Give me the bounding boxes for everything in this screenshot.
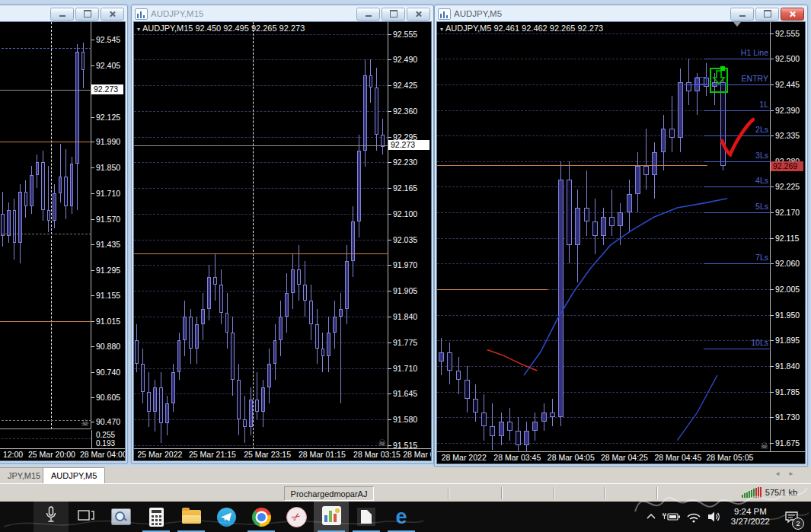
- price-tick-label: 91.015: [91, 317, 120, 326]
- level-line[interactable]: [704, 263, 771, 264]
- telegram-button[interactable]: [209, 502, 244, 532]
- level-line[interactable]: [0, 142, 91, 142]
- chrome-button[interactable]: [244, 502, 279, 532]
- system-tray: 9:24 PM 3/27/2022 2: [646, 502, 811, 532]
- level-line[interactable]: [704, 186, 771, 187]
- order-marker[interactable]: [695, 77, 707, 84]
- grid-line: [134, 111, 388, 112]
- chart-tab-strip: JPY,M15AUDJPY,M5 ◄ ►: [0, 467, 811, 484]
- minimize-button[interactable]: [50, 8, 74, 21]
- level-line[interactable]: [704, 110, 771, 111]
- candle: [285, 293, 289, 317]
- file-explorer-button[interactable]: [174, 502, 209, 532]
- checkmark-annotation[interactable]: [717, 116, 757, 159]
- level-line[interactable]: [0, 321, 91, 322]
- time-axis[interactable]: 25 Mar 202225 Mar 21:1525 Mar 23:1528 Ma…: [134, 448, 431, 460]
- level-line[interactable]: [0, 420, 91, 421]
- connection-bars-icon: [742, 487, 762, 498]
- tab-scroll-left[interactable]: ◄: [774, 470, 781, 477]
- time-label: 28 Mar 03:45: [493, 453, 541, 462]
- tab-scroll-right[interactable]: ►: [788, 470, 794, 477]
- calculator-button[interactable]: [139, 502, 174, 532]
- candle: [297, 269, 301, 285]
- price-tick-label: 91.295: [91, 266, 120, 275]
- grid-line: [134, 265, 388, 266]
- snipping-tool-button[interactable]: ✂: [279, 502, 314, 532]
- taskbar-clock[interactable]: 9:24 PM 3/27/2022: [726, 507, 774, 527]
- window-title: AUDJPY,M15: [151, 9, 353, 18]
- minimize-button[interactable]: [356, 8, 380, 21]
- price-tick-label: 92.390: [771, 106, 800, 115]
- level-line[interactable]: [704, 212, 771, 213]
- close-icon: [109, 11, 116, 18]
- price-scale[interactable]: 92.55592.50092.44592.39092.33592.28092.2…: [770, 22, 805, 452]
- chart-plot[interactable]: ▾AUDJPY,M15 92.450 92.495 92.265 92.273 …: [134, 22, 388, 449]
- window-titlebar[interactable]: AUDJPY,M15: [132, 5, 433, 21]
- level-line[interactable]: [0, 90, 91, 91]
- time-axis[interactable]: 12:0025 Mar 20:0028 Mar 04:00: [0, 448, 125, 460]
- speaker-icon[interactable]: [707, 511, 722, 523]
- close-button[interactable]: [407, 8, 430, 21]
- edge-icon: e: [395, 507, 407, 527]
- close-button[interactable]: [101, 8, 124, 21]
- tab-audjpy-m5[interactable]: AUDJPY,M5: [43, 467, 105, 483]
- connection-status: 575/1 kb: [742, 487, 797, 498]
- candle: [339, 309, 343, 317]
- battery-icon[interactable]: [661, 511, 681, 523]
- candle: [195, 324, 199, 348]
- candle: [243, 419, 247, 427]
- tab-jpy-m15[interactable]: JPY,M15: [0, 467, 49, 483]
- level-line[interactable]: [134, 253, 388, 254]
- candle: [249, 400, 253, 427]
- level-line[interactable]: [134, 145, 388, 146]
- trading-app-button[interactable]: [314, 502, 349, 532]
- microphone-button[interactable]: [34, 502, 69, 532]
- level-line[interactable]: [704, 161, 771, 162]
- price-tick-label: 91.675: [771, 438, 800, 448]
- magnifier-app-button[interactable]: [104, 502, 139, 532]
- chrome-icon: [252, 508, 271, 527]
- chart-plot[interactable]: ☠: [0, 22, 91, 429]
- task-view-button[interactable]: [69, 502, 104, 532]
- minimize-button[interactable]: [730, 8, 754, 21]
- notepad-button[interactable]: [349, 502, 384, 532]
- level-line[interactable]: [0, 234, 91, 234]
- candle: [75, 52, 79, 164]
- chart-plot[interactable]: ▾AUDJPY,M5 92.461 92.462 92.265 92.273 H…: [437, 22, 771, 452]
- price-scale[interactable]: 92.54592.40592.26592.12591.99091.85091.7…: [91, 22, 125, 449]
- maximize-button[interactable]: [755, 8, 779, 21]
- chart-header: ▾AUDJPY,M15 92.450 92.495 92.265 92.273: [137, 24, 305, 33]
- price-tag: 92.269: [771, 161, 803, 171]
- clock-time: 9:24 PM: [731, 507, 770, 517]
- wifi-icon[interactable]: [685, 511, 702, 523]
- candle: [273, 340, 277, 364]
- chart-window-m15: AUDJPY,M15 ▾AUDJPY,M15 92.450 92.495 92.…: [131, 5, 434, 464]
- price-scale[interactable]: 92.55592.49092.42592.36092.29592.23092.1…: [388, 22, 431, 449]
- maximize-button[interactable]: [75, 8, 99, 21]
- window-titlebar[interactable]: [0, 5, 127, 21]
- tray-chevron-icon[interactable]: [646, 513, 656, 521]
- telegram-icon: [217, 508, 236, 527]
- candle: [303, 285, 307, 301]
- window-titlebar[interactable]: AUDJPY,M5: [435, 5, 807, 21]
- chart-icon: [438, 8, 451, 20]
- level-line[interactable]: [0, 48, 91, 49]
- time-axis[interactable]: 28 Mar 202228 Mar 03:4528 Mar 04:0528 Ma…: [437, 451, 805, 464]
- close-button[interactable]: [781, 8, 804, 21]
- level-line[interactable]: [704, 59, 771, 59]
- candle: [201, 309, 205, 325]
- level-line[interactable]: [437, 165, 707, 166]
- price-tick-label: 91.850: [91, 163, 120, 172]
- status-bar: ProchargedmoparAJ 575/1 kb: [0, 483, 811, 502]
- candle: [255, 400, 259, 412]
- price-tick-label: 91.580: [388, 415, 417, 424]
- level-label: 3Ls: [755, 151, 768, 160]
- entry-marker[interactable]: [710, 68, 728, 93]
- level-line[interactable]: [437, 289, 548, 290]
- edge-button[interactable]: e: [384, 502, 419, 532]
- level-line[interactable]: [704, 349, 771, 349]
- chart-shift-marker-icon[interactable]: [733, 22, 741, 27]
- indicator-subwindow[interactable]: [0, 428, 91, 449]
- maximize-button[interactable]: [382, 8, 405, 21]
- action-center-button[interactable]: 2: [779, 502, 805, 532]
